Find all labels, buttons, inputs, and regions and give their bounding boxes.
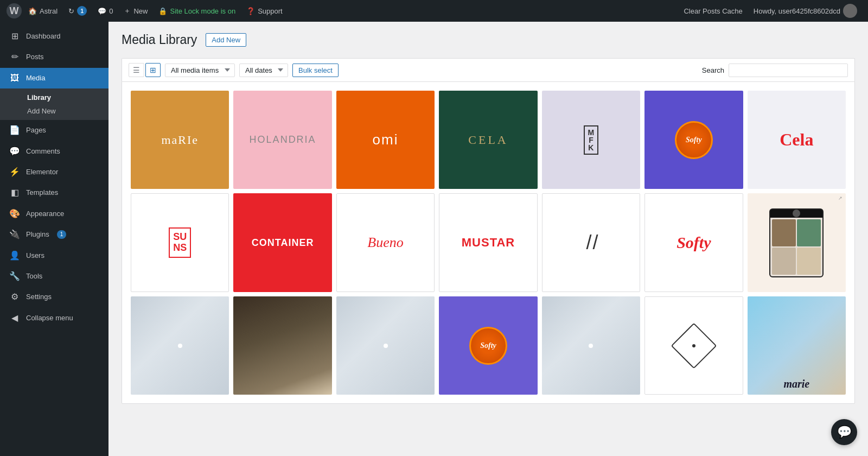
lock-icon: 🔒 <box>158 7 167 15</box>
wp-logo[interactable]: W <box>7 3 22 18</box>
sidebar-item-plugins[interactable]: 🔌 Plugins 1 <box>0 224 108 245</box>
sidebar-label-media: Media <box>26 73 45 83</box>
sidebar-label-plugins: Plugins <box>26 230 49 239</box>
media-item[interactable]: MFK <box>542 91 640 189</box>
page-layout: ⊞ Dashboard ✏ Posts 🖼 Media Library Add … <box>0 22 868 456</box>
adminbar-sitelock[interactable]: 🔒 Site Lock mode is on <box>154 0 240 22</box>
sidebar-item-tools[interactable]: 🔧 Tools <box>0 266 108 287</box>
sidebar-label-comments: Comments <box>26 147 60 156</box>
sidebar-subitem-library[interactable]: Library <box>0 91 108 104</box>
comments-icon: 💬 <box>98 7 106 15</box>
bottle-cap-image: Softy <box>469 327 507 365</box>
media-item[interactable]: Softy <box>439 296 537 395</box>
adminbar-right: Clear Posts Cache Howdy, user6425fc8602d… <box>679 0 861 22</box>
sidebar-label-pages: Pages <box>26 125 46 135</box>
media-item[interactable] <box>542 296 640 395</box>
wave-dot <box>178 344 182 348</box>
admin-bar: W 🏠 Astral ↻ 1 💬 0 ＋ New 🔒 Site Lock mod… <box>0 0 868 22</box>
adminbar-comments[interactable]: 💬 0 <box>93 0 117 22</box>
chat-button[interactable]: 💬 <box>831 419 857 445</box>
user-label: Howdy, user6425fc8602dcd <box>754 7 840 15</box>
refresh-icon: ↻ <box>68 7 74 15</box>
media-item[interactable]: Bueno <box>336 193 435 292</box>
dates-filter[interactable]: All dates <box>239 64 288 77</box>
home-icon: 🏠 <box>28 7 37 15</box>
sidebar-item-media[interactable]: 🖼 Media <box>0 68 108 88</box>
media-item[interactable] <box>233 296 331 395</box>
media-item[interactable]: Softy <box>644 91 743 189</box>
sidebar-label-posts: Posts <box>26 52 44 62</box>
media-item[interactable]: omi <box>336 91 435 189</box>
sidebar-label-collapse: Collapse menu <box>26 313 73 323</box>
elementor-icon: ⚡ <box>9 166 21 178</box>
media-label: Softy <box>686 136 702 144</box>
media-grid: maRIe HOLANDRIA omi CELA <box>131 91 846 395</box>
media-label: ↗ <box>838 195 843 201</box>
media-label: Cela <box>780 130 813 150</box>
plugins-badge: 1 <box>57 230 67 239</box>
media-grid-container: maRIe HOLANDRIA omi CELA <box>122 81 855 404</box>
settings-icon: ⚙ <box>9 291 21 303</box>
media-item[interactable]: maRIe <box>131 91 229 189</box>
media-item[interactable]: ↗ <box>748 193 846 292</box>
search-input[interactable] <box>729 64 848 77</box>
clear-cache-btn[interactable]: Clear Posts Cache <box>679 0 746 22</box>
media-item[interactable]: HOLANDRIA <box>233 91 331 189</box>
new-label: New <box>133 7 148 15</box>
bulk-select-button[interactable]: Bulk select <box>292 64 339 77</box>
adminbar-site[interactable]: 🏠 Astral <box>24 0 62 22</box>
media-item[interactable]: MUSTAR <box>439 193 537 292</box>
media-label: maRIe <box>161 133 199 147</box>
sidebar-item-settings[interactable]: ⚙ Settings <box>0 287 108 307</box>
media-item[interactable]: marie <box>748 296 846 395</box>
list-icon: ☰ <box>133 66 140 74</box>
food-photo <box>233 296 331 395</box>
media-item[interactable]: CELA <box>439 91 537 189</box>
media-icon: 🖼 <box>9 72 21 84</box>
adminbar-support[interactable]: ❓ Support <box>242 0 287 22</box>
sidebar-item-pages[interactable]: 📄 Pages <box>0 120 108 141</box>
chat-icon: 💬 <box>837 425 852 439</box>
sidebar-item-appearance[interactable]: 🎨 Appearance <box>0 204 108 224</box>
collapse-icon: ◀ <box>9 312 21 324</box>
sidebar-item-elementor[interactable]: ⚡ Elementor <box>0 162 108 182</box>
grid-view-button[interactable]: ⊞ <box>145 63 161 77</box>
templates-icon: ◧ <box>9 187 21 199</box>
adminbar-updates[interactable]: ↻ 1 <box>64 0 91 22</box>
media-type-filter[interactable]: All media items Images Audio Video <box>165 64 235 77</box>
sidebar-item-dashboard[interactable]: ⊞ Dashboard <box>0 26 108 47</box>
grid-icon: ⊞ <box>150 66 156 74</box>
page-header: Media Library Add New <box>122 33 855 47</box>
sidebar-subitem-addnew[interactable]: Add New <box>0 104 108 118</box>
media-item[interactable]: Cela <box>748 91 846 189</box>
media-label: CONTAINER <box>252 237 314 249</box>
comments-sidebar-icon: 💬 <box>9 145 21 157</box>
sidebar-item-comments[interactable]: 💬 Comments <box>0 141 108 162</box>
media-item[interactable] <box>131 296 229 395</box>
media-item[interactable]: / / <box>542 193 640 292</box>
sidebar-item-templates[interactable]: ◧ Templates <box>0 182 108 203</box>
media-label: Softy <box>480 341 496 350</box>
appearance-icon: 🎨 <box>9 208 21 220</box>
media-label: marie <box>783 378 809 390</box>
user-greeting[interactable]: Howdy, user6425fc8602dcd <box>749 0 861 22</box>
media-item[interactable]: SUNS <box>131 193 229 292</box>
media-label: / / <box>586 231 596 254</box>
updates-badge: 1 <box>77 6 87 16</box>
sidebar-item-posts[interactable]: ✏ Posts <box>0 47 108 67</box>
diamond-shape <box>671 322 717 369</box>
sitelock-label: Site Lock mode is on <box>170 7 235 15</box>
media-item[interactable] <box>336 296 435 395</box>
media-item[interactable] <box>644 296 743 395</box>
posts-icon: ✏ <box>9 51 21 63</box>
list-view-button[interactable]: ☰ <box>129 63 144 77</box>
sidebar-item-users[interactable]: 👤 Users <box>0 245 108 266</box>
add-new-button[interactable]: Add New <box>206 33 246 47</box>
media-item[interactable]: CONTAINER <box>233 193 331 292</box>
main-content: Media Library Add New ☰ ⊞ All media item… <box>108 22 868 456</box>
adminbar-new[interactable]: ＋ New <box>119 0 152 22</box>
sidebar-item-collapse[interactable]: ◀ Collapse menu <box>0 308 108 328</box>
sidebar-label-tools: Tools <box>26 271 42 281</box>
media-item[interactable]: Softy <box>644 193 743 292</box>
wp-icon: W <box>10 5 19 17</box>
